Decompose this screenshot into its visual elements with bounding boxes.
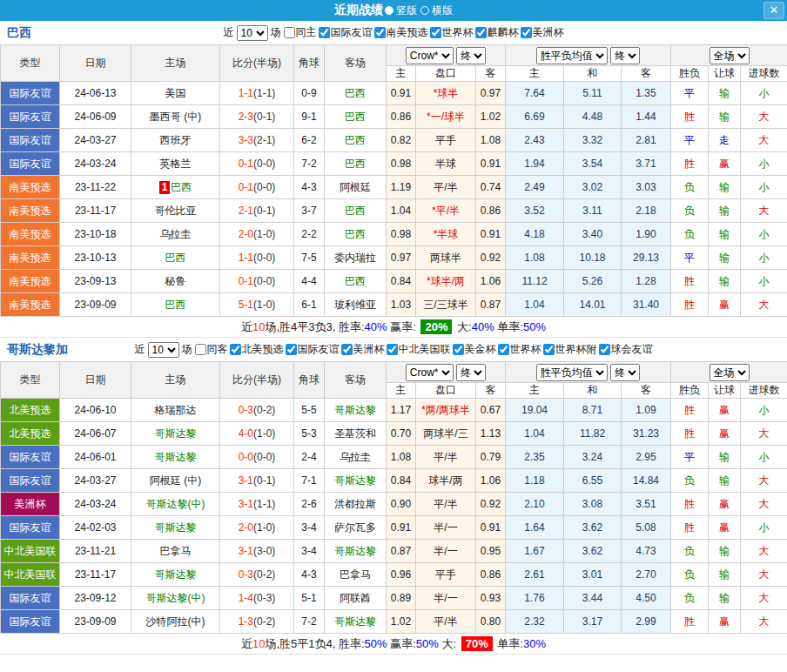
result-goals: 大 <box>741 610 787 634</box>
filter-checkbox[interactable]: 世界杯 <box>498 342 541 357</box>
home-team: 阿根廷 (中) <box>131 469 220 493</box>
filter-checkbox[interactable]: 美洲杯 <box>341 342 385 357</box>
col-header-score: 比分(半场) <box>220 45 294 82</box>
rank-badge: 1 <box>159 181 171 194</box>
odds-final-select[interactable]: 终 <box>456 47 486 64</box>
filter-checkbox[interactable]: 同客 <box>195 342 228 357</box>
result-goals: 大 <box>741 563 787 587</box>
handicap-home-odds: 1.02 <box>387 610 416 634</box>
handicap-away-odds: 1.13 <box>476 422 506 446</box>
result-goals: 小 <box>741 176 787 199</box>
home-team: 哥伦比亚 <box>131 199 220 223</box>
league-badge: 国际友谊 <box>1 610 60 634</box>
handicap-line: *半球 <box>416 223 476 246</box>
filter-checkbox[interactable]: 国际友谊 <box>286 342 340 357</box>
filter-checkbox[interactable]: 北美预选 <box>230 342 284 357</box>
match-count-select[interactable]: 10 <box>148 342 179 358</box>
odds-source-select[interactable]: Crow* <box>406 47 454 64</box>
avg-type-select[interactable]: 胜平负均值 <box>536 47 608 64</box>
checkbox-input[interactable] <box>286 344 297 355</box>
avg-lose-odds: 2.99 <box>622 610 671 634</box>
league-badge: 北美预选 <box>1 422 60 446</box>
filter-checkbox[interactable]: 世界杯附 <box>543 342 597 357</box>
result-goals: 大 <box>741 587 787 610</box>
checkbox-input[interactable] <box>475 27 487 38</box>
match-date: 23-11-22 <box>60 176 131 199</box>
checkbox-input[interactable] <box>230 344 241 355</box>
league-filter-checkboxes: 同客北美预选国际友谊美洲杯中北美国联美金杯世界杯世界杯附球会友谊 <box>193 342 653 357</box>
result-wdl: 胜 <box>671 270 709 293</box>
corners: 7-1 <box>294 469 325 493</box>
handicap-line: 球半/两 <box>416 469 476 493</box>
handicap-home-odds: 1.08 <box>387 446 416 469</box>
scope-select[interactable]: 全场 <box>710 47 750 64</box>
handicap-away-odds: 1.02 <box>476 105 506 129</box>
avg-win-odds: 3.52 <box>506 199 564 223</box>
avg-draw-odds: 5.26 <box>564 270 622 293</box>
sub-header-avg-lose: 客 <box>622 66 671 82</box>
sub-header-handicap: 盘口 <box>416 383 476 399</box>
checkbox-input[interactable] <box>319 27 330 38</box>
result-goals: 大 <box>741 199 787 223</box>
avg-lose-odds: 14.84 <box>622 469 671 493</box>
avg-type-select[interactable]: 胜平负均值 <box>536 364 608 381</box>
avg-final-select[interactable]: 终 <box>610 47 640 64</box>
summary-segment: 10 <box>252 320 265 333</box>
league-badge: 国际友谊 <box>1 516 60 540</box>
handicap-home-odds: 0.96 <box>387 563 416 587</box>
checkbox-input[interactable] <box>284 27 295 38</box>
checkbox-input[interactable] <box>387 344 398 355</box>
match-count-select[interactable]: 10 <box>237 25 268 41</box>
filter-checkbox[interactable]: 同主 <box>284 25 317 40</box>
summary-segment: 单率: <box>494 319 523 335</box>
checkbox-input[interactable] <box>521 27 532 38</box>
checkbox-input[interactable] <box>374 27 386 38</box>
avg-lose-odds: 4.50 <box>622 587 671 610</box>
corners: 4-3 <box>294 176 325 199</box>
result-goals: 大 <box>741 540 787 563</box>
league-badge: 北美预选 <box>1 399 60 422</box>
filter-checkbox[interactable]: 麒麟杯 <box>475 25 519 40</box>
sub-header-wdl: 胜负 <box>671 66 709 82</box>
handicap-line: 平/半 <box>416 610 476 634</box>
close-icon[interactable]: ✕ <box>763 2 784 19</box>
scope-select[interactable]: 全场 <box>710 364 750 381</box>
radio-vertical-label: 竖版 <box>396 3 417 18</box>
checkbox-input[interactable] <box>543 344 555 355</box>
col-header-score: 比分(半场) <box>220 362 294 399</box>
radio-unselected-icon <box>420 6 429 15</box>
avg-draw-odds: 3.11 <box>564 199 622 223</box>
result-handicap: 输 <box>709 105 741 129</box>
games-label: 场 <box>271 25 281 40</box>
filter-checkbox[interactable]: 中北美国联 <box>387 342 451 357</box>
checkbox-input[interactable] <box>599 344 610 355</box>
checkbox-input[interactable] <box>453 344 464 355</box>
avg-win-odds: 1.67 <box>506 540 564 563</box>
handicap-line: 平手 <box>416 129 476 152</box>
home-team: 格瑞那达 <box>131 399 220 422</box>
summary-costa-rica: 近10场,胜5平1负4, 胜率:50% 赢率:50% 大: 70% 单率:30% <box>0 634 787 655</box>
handicap-away-odds: 0.91 <box>476 152 506 176</box>
corners: 9-1 <box>294 105 325 129</box>
filter-checkbox[interactable]: 世界杯 <box>430 25 474 40</box>
radio-horizontal[interactable]: 横版 <box>420 3 453 18</box>
filter-checkbox[interactable]: 南美预选 <box>374 25 428 40</box>
league-badge: 南美预选 <box>1 270 60 293</box>
corners: 4-4 <box>294 270 325 293</box>
filter-checkbox[interactable]: 美金杯 <box>453 342 496 357</box>
col-header-date: 日期 <box>60 362 131 399</box>
avg-final-select[interactable]: 终 <box>610 364 640 381</box>
score: 0-1(0-0) <box>220 152 294 176</box>
filter-checkbox[interactable]: 国际友谊 <box>319 25 373 40</box>
odds-final-select[interactable]: 终 <box>456 364 486 381</box>
checkbox-input[interactable] <box>195 344 206 355</box>
radio-vertical[interactable]: 竖版 <box>385 3 417 18</box>
summary-segment: 50% <box>523 320 546 333</box>
checkbox-input[interactable] <box>498 344 509 355</box>
odds-source-select[interactable]: Crow* <box>406 364 454 381</box>
filter-checkbox[interactable]: 球会友谊 <box>599 342 653 357</box>
filter-checkbox[interactable]: 美洲杯 <box>521 25 564 40</box>
league-badge: 国际友谊 <box>1 469 60 493</box>
checkbox-input[interactable] <box>430 27 441 38</box>
checkbox-input[interactable] <box>341 344 353 355</box>
